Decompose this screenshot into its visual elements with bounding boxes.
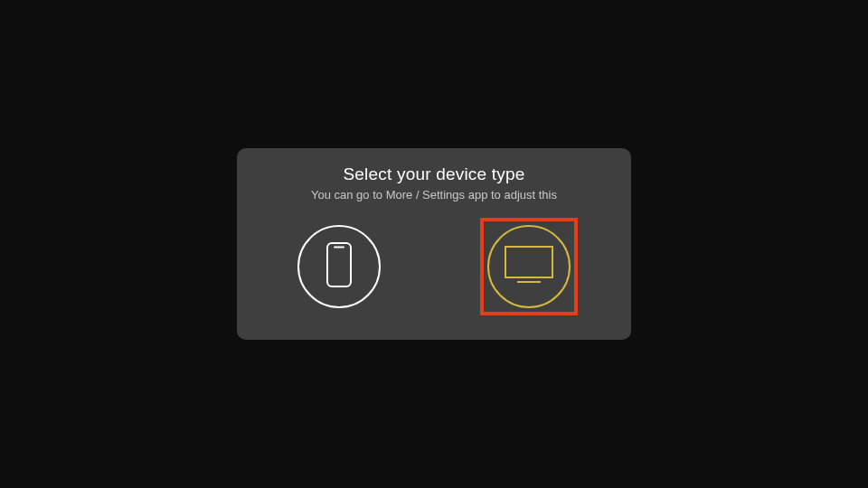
device-type-dialog: Select your device type You can go to Mo… <box>237 148 631 340</box>
phone-circle <box>297 225 381 308</box>
phone-icon <box>326 242 352 291</box>
tv-circle <box>487 225 571 308</box>
svg-rect-0 <box>327 243 351 286</box>
svg-rect-2 <box>505 247 552 277</box>
device-options <box>237 225 631 308</box>
tv-icon <box>505 246 553 287</box>
dialog-title: Select your device type <box>343 164 524 184</box>
dialog-subtitle: You can go to More / Settings app to adj… <box>311 188 557 202</box>
option-phone[interactable] <box>297 225 381 308</box>
svg-rect-1 <box>334 247 344 249</box>
option-tv[interactable] <box>487 225 571 308</box>
